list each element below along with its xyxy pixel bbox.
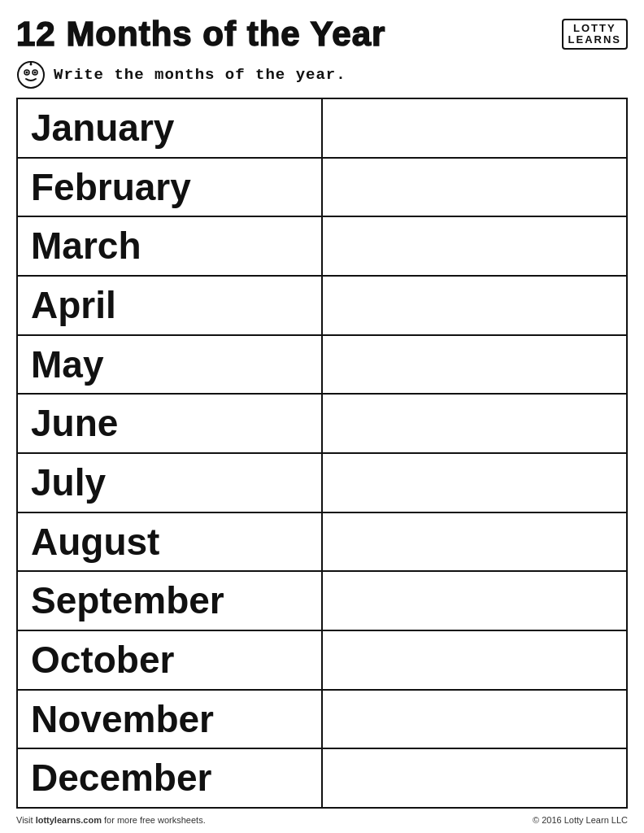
footer-left: Visit lottylearns.com for more free work…	[16, 815, 206, 825]
write-cell[interactable]	[322, 630, 627, 690]
write-cell[interactable]	[322, 571, 627, 630]
write-cell[interactable]	[322, 216, 627, 276]
month-label: September	[17, 571, 322, 630]
table-row: February	[17, 158, 627, 217]
month-label: April	[17, 276, 322, 335]
page-header: 12 Months of the Year LOTTY LEARNS	[16, 15, 628, 54]
month-label: August	[17, 512, 322, 572]
month-label: March	[17, 216, 322, 276]
subtitle-text: Write the months of the year.	[54, 66, 346, 84]
svg-point-4	[34, 72, 37, 74]
month-label: October	[17, 630, 322, 690]
table-row: December	[17, 748, 627, 808]
robot-icon	[16, 60, 46, 89]
table-row: April	[17, 276, 627, 335]
write-cell[interactable]	[322, 394, 627, 453]
footer-right: © 2016 Lotty Learn LLC	[533, 815, 628, 825]
month-label: November	[17, 690, 322, 749]
table-row: September	[17, 571, 627, 630]
write-cell[interactable]	[322, 98, 627, 158]
table-row: March	[17, 216, 627, 276]
table-row: July	[17, 453, 627, 512]
month-label: December	[17, 748, 322, 808]
page-footer: Visit lottylearns.com for more free work…	[16, 815, 628, 825]
table-row: October	[17, 630, 627, 690]
logo: LOTTY LEARNS	[562, 19, 628, 50]
svg-point-0	[18, 62, 44, 88]
write-cell[interactable]	[322, 335, 627, 395]
month-label: January	[17, 98, 322, 158]
write-cell[interactable]	[322, 453, 627, 512]
write-cell[interactable]	[322, 158, 627, 217]
table-row: August	[17, 512, 627, 572]
table-row: May	[17, 335, 627, 395]
months-table: JanuaryFebruaryMarchAprilMayJuneJulyAugu…	[16, 98, 628, 809]
month-label: July	[17, 453, 322, 512]
month-label: February	[17, 158, 322, 217]
table-row: November	[17, 690, 627, 749]
logo-line2: LEARNS	[568, 34, 621, 46]
month-label: June	[17, 394, 322, 453]
write-cell[interactable]	[322, 748, 627, 808]
write-cell[interactable]	[322, 690, 627, 749]
page-title: 12 Months of the Year	[16, 15, 385, 54]
svg-point-6	[30, 63, 33, 66]
write-cell[interactable]	[322, 276, 627, 335]
table-row: January	[17, 98, 627, 158]
month-label: May	[17, 335, 322, 395]
svg-point-3	[26, 72, 28, 74]
logo-line1: LOTTY	[568, 23, 621, 34]
table-row: June	[17, 394, 627, 453]
write-cell[interactable]	[322, 512, 627, 572]
subtitle-row: Write the months of the year.	[16, 60, 628, 89]
